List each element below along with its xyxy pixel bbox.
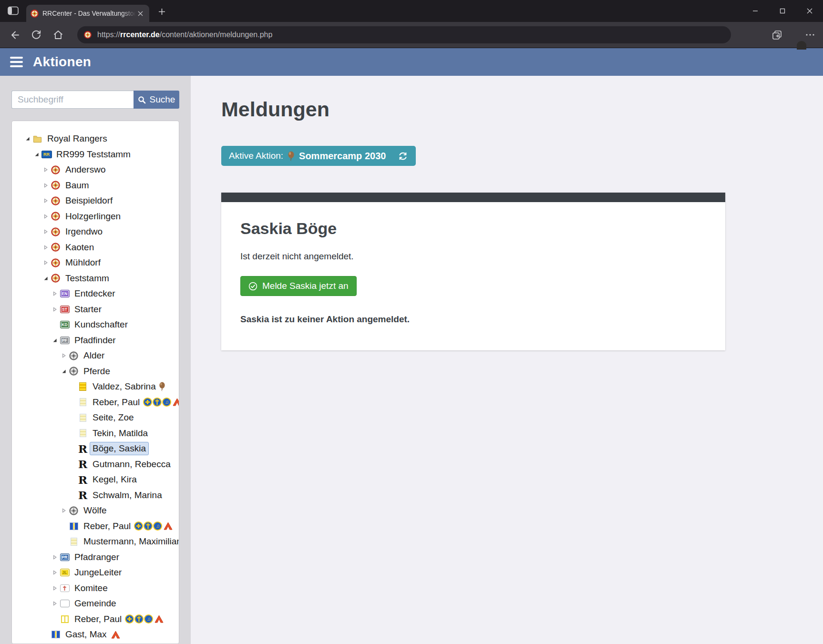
app-header: Aktionen <box>0 48 823 76</box>
tree-item-label[interactable]: Holzgerlingen <box>62 210 123 223</box>
tree-item: Gemeinde <box>19 596 179 612</box>
tree-item-label[interactable]: Kaoten <box>62 241 97 254</box>
tree-item-label[interactable]: Starter <box>72 303 104 316</box>
switch-action-button[interactable] <box>398 151 408 161</box>
member-flag-pale-icon <box>68 538 79 546</box>
tree-item-label[interactable]: Pfadranger <box>72 551 122 564</box>
tree-item-label[interactable]: Pferde <box>81 365 113 378</box>
tree-item-label[interactable]: RR999 Teststamm <box>53 148 134 161</box>
app-body: Suche Royal RangersRRRR999 Teststamm And… <box>0 76 823 644</box>
tree-item-label[interactable]: Valdez, Sabrina <box>90 380 159 393</box>
expander-collapsed-icon[interactable] <box>60 353 68 358</box>
search-button[interactable]: Suche <box>134 91 179 109</box>
expander-collapsed-icon[interactable] <box>51 586 59 591</box>
tree-item-label[interactable]: Pfadfinder <box>72 334 119 347</box>
tree-item: Teststamm <box>19 271 179 286</box>
expander-collapsed-icon[interactable] <box>41 167 50 172</box>
expander-collapsed-icon[interactable] <box>41 214 50 219</box>
tree-item-label[interactable]: Schwalm, Marina <box>90 489 165 502</box>
expander-expanded-icon[interactable] <box>32 152 41 157</box>
tree-item-label[interactable]: Baum <box>62 179 92 192</box>
tree-item: Anderswo <box>19 162 179 178</box>
tab-actions-icon <box>8 6 19 15</box>
page-title: Meldungen <box>221 98 823 121</box>
stamm-emblem-icon <box>50 258 61 267</box>
tree-item-label[interactable]: Mühldorf <box>62 256 103 269</box>
tree-item-label[interactable]: Teststamm <box>62 272 112 285</box>
tree-item-label[interactable]: Tekin, Matilda <box>90 427 151 440</box>
collections-button[interactable] <box>771 29 783 41</box>
tree-item-label[interactable]: Irgendwo <box>62 225 105 238</box>
member-r-icon: R <box>77 490 88 501</box>
back-button[interactable] <box>6 26 23 43</box>
search-input[interactable] <box>11 91 134 109</box>
expander-expanded-icon[interactable] <box>41 276 50 281</box>
expander-expanded-icon[interactable] <box>60 369 68 374</box>
active-action-banner: Aktive Aktion: Sommercamp 2030 <box>221 146 416 166</box>
tree-item-label[interactable]: Mustermann, Maximilian <box>81 535 179 548</box>
expander-collapsed-icon[interactable] <box>60 508 68 513</box>
browser-tab[interactable]: RRCenter - Das Verwaltungstool <box>26 5 149 22</box>
home-button[interactable] <box>50 26 67 43</box>
tab-title: RRCenter - Das Verwaltungstool <box>42 10 136 17</box>
tree-item-label[interactable]: Anderswo <box>62 163 109 176</box>
more-dots-icon <box>805 30 815 40</box>
browser-toolbar: https://rrcenter.de/content/aktionen/mel… <box>0 22 823 48</box>
tree-item-label[interactable]: Kundschafter <box>72 318 131 331</box>
expander-collapsed-icon[interactable] <box>41 245 50 250</box>
tree-item-label[interactable]: Kegel, Kira <box>90 473 140 486</box>
maximize-button[interactable] <box>769 0 796 22</box>
settings-more-button[interactable] <box>805 30 815 40</box>
kundschafter-badge-icon: KD <box>59 321 70 328</box>
tree-item-label[interactable]: Gast, Max <box>62 628 110 641</box>
search-button-label: Suche <box>150 94 175 105</box>
tree-item-label[interactable]: Gemeinde <box>72 597 119 610</box>
tree-item-label[interactable]: Royal Rangers <box>44 132 110 145</box>
address-bar[interactable]: https://rrcenter.de/content/aktionen/mel… <box>77 26 731 43</box>
expander-collapsed-icon[interactable] <box>41 183 50 188</box>
tree-item-label[interactable]: Alder <box>81 349 107 362</box>
menu-button[interactable] <box>7 54 26 70</box>
tree-item-label[interactable]: Komitee <box>72 582 111 595</box>
url-scheme: https:// <box>97 31 120 39</box>
url-path: /content/aktionen/meldungen.php <box>160 31 273 39</box>
expander-collapsed-icon[interactable] <box>51 291 59 296</box>
expander-collapsed-icon[interactable] <box>51 601 59 606</box>
team-emblem-icon <box>68 506 79 515</box>
tree-item-label[interactable]: Seite, Zoe <box>90 411 137 424</box>
register-button[interactable]: Melde Saskia jetzt an <box>240 276 357 296</box>
tab-close-icon[interactable] <box>136 9 145 18</box>
tab-actions-button[interactable] <box>8 6 19 15</box>
site-favicon-icon <box>31 10 39 18</box>
expander-collapsed-icon[interactable] <box>41 198 50 203</box>
tree-item-label[interactable]: Entdecker <box>72 287 118 300</box>
tree-item: Reber, Paul ♫ <box>19 395 179 410</box>
tree-item-label[interactable]: Wölfe <box>81 504 110 517</box>
expander-collapsed-icon[interactable] <box>51 307 59 312</box>
new-tab-button[interactable] <box>158 8 165 15</box>
expander-collapsed-icon[interactable] <box>51 570 59 575</box>
tree-item-label-selected[interactable]: Böge, Saskia <box>90 442 149 455</box>
tree-item-label[interactable]: Reber, Paul <box>81 520 134 533</box>
tree-item-label[interactable]: Reber, Paul <box>72 613 124 626</box>
member-flag-pale-icon <box>77 398 88 406</box>
expander-collapsed-icon[interactable] <box>51 555 59 560</box>
tree-item-label[interactable]: JungeLeiter <box>72 566 124 579</box>
member-badges <box>110 631 120 639</box>
tree-item: Kaoten <box>19 240 179 256</box>
expander-collapsed-icon[interactable] <box>41 229 50 234</box>
tree-item-label[interactable]: Reber, Paul <box>90 396 143 409</box>
reload-button[interactable] <box>28 26 45 43</box>
back-arrow-icon <box>9 29 21 41</box>
expander-expanded-icon[interactable] <box>23 136 32 141</box>
expander-collapsed-icon[interactable] <box>41 260 50 265</box>
expander-expanded-icon[interactable] <box>51 338 59 343</box>
reload-icon <box>31 29 42 41</box>
tree-item-label[interactable]: Beispieldorf <box>62 194 115 207</box>
close-button[interactable] <box>796 0 823 22</box>
tree-item: Reber, Paul ♫ <box>19 519 179 534</box>
plus-badge-icon <box>124 614 134 624</box>
tree-item-label[interactable]: Gutmann, Rebecca <box>90 458 174 471</box>
minimize-button[interactable] <box>741 0 769 22</box>
cross-badge-icon <box>152 398 162 407</box>
